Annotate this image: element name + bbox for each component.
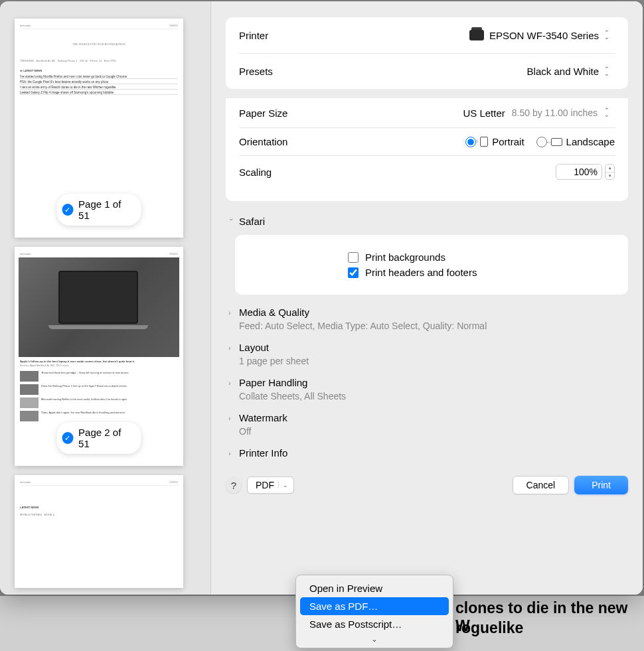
scaling-input[interactable]: 100%: [556, 164, 602, 180]
orientation-landscape[interactable]: Landscape: [536, 136, 615, 147]
portrait-icon: [480, 137, 488, 147]
page-thumbnail-3[interactable]: techradar7/20/22 LATEST NEWS MOBILE PHON…: [15, 475, 183, 588]
scaling-label: Scaling: [239, 167, 272, 178]
layout-title: Layout: [239, 342, 269, 353]
chevron-right-icon: ›: [228, 309, 235, 317]
check-icon: ✓: [62, 432, 74, 444]
paper-handling-sub: Collate Sheets, All Sheets: [226, 391, 628, 401]
watermark-section: › Watermark Off: [226, 407, 628, 437]
scaling-stepper[interactable]: ▴▾: [605, 164, 615, 180]
pdf-label: PDF: [256, 480, 274, 490]
chevron-right-icon: ›: [228, 379, 235, 387]
printer-info-disclosure[interactable]: › Printer Info: [226, 442, 628, 464]
landscape-radio[interactable]: [536, 137, 547, 147]
scaling-row: Scaling 100% ▴▾: [239, 155, 615, 188]
chevron-right-icon: ›: [228, 344, 235, 352]
portrait-radio[interactable]: [465, 137, 476, 147]
print-backgrounds-checkbox[interactable]: [348, 252, 359, 263]
pdf-dropdown-button[interactable]: PDF ⌄: [247, 476, 294, 494]
chevron-right-icon: ›: [228, 449, 235, 457]
watermark-sub: Off: [226, 426, 628, 437]
menu-open-in-preview[interactable]: Open in Preview: [300, 579, 449, 597]
printer-label: Printer: [239, 30, 268, 41]
chevron-right-icon: ›: [228, 414, 235, 422]
page-setup-card: Paper Size US Letter 8.50 by 11.00 inche…: [226, 98, 628, 201]
safari-title: Safari: [239, 216, 265, 227]
help-button[interactable]: ?: [226, 477, 242, 493]
bottom-button-bar: ? PDF ⌄ Cancel Print: [226, 476, 628, 494]
print-headers-footers-row[interactable]: Print headers and footers: [248, 265, 615, 280]
presets-label: Presets: [239, 66, 273, 77]
layout-section: › Layout 1 page per sheet: [226, 336, 628, 366]
layout-sub: 1 page per sheet: [226, 356, 628, 366]
print-backgrounds-row[interactable]: Print backgrounds: [248, 250, 615, 265]
watermark-title: Watermark: [239, 412, 287, 423]
printer-info-section: › Printer Info: [226, 442, 628, 464]
page-label: Page 2 of 51: [78, 427, 130, 449]
menu-save-as-postscript[interactable]: Save as Postscript…: [300, 615, 449, 633]
updown-icon: [604, 29, 615, 42]
menu-save-as-pdf[interactable]: Save as PDF…: [300, 597, 449, 615]
safari-disclosure[interactable]: › Safari: [226, 210, 628, 232]
print-dialog: techradar7/20/22 THE SOURCE FOR TECH BUY…: [0, 1, 643, 595]
printer-value: EPSON WF-3540 Series: [489, 30, 599, 41]
printer-row[interactable]: Printer EPSON WF-3540 Series: [239, 17, 615, 53]
orientation-row: Orientation Portrait Landscape: [239, 127, 615, 155]
media-quality-sub: Feed: Auto Select, Media Type: Auto Sele…: [226, 321, 628, 331]
page-thumbnail-2[interactable]: techradar7/20/22 Apple's follow-up to th…: [15, 247, 183, 466]
print-headers-footers-checkbox[interactable]: [348, 267, 359, 278]
page-badge-1[interactable]: ✓ Page 1 of 51: [57, 194, 141, 226]
print-button[interactable]: Print: [574, 476, 628, 494]
print-headers-footers-label: Print headers and footers: [365, 267, 477, 278]
updown-icon: [604, 106, 615, 119]
page-label: Page 1 of 51: [78, 198, 130, 221]
safari-section: › Safari Print backgrounds Print headers…: [226, 210, 628, 295]
presets-value: Black and White: [527, 66, 599, 77]
orientation-portrait[interactable]: Portrait: [465, 136, 524, 147]
page-badge-2[interactable]: ✓ Page 2 of 51: [57, 422, 141, 454]
updown-icon: [604, 65, 615, 78]
paper-handling-title: Paper Handling: [239, 377, 307, 388]
presets-row[interactable]: Presets Black and White: [239, 53, 615, 89]
orientation-label: Orientation: [239, 136, 287, 147]
printer-info-title: Printer Info: [239, 447, 287, 459]
paper-size-row[interactable]: Paper Size US Letter 8.50 by 11.00 inche…: [239, 98, 615, 127]
printer-icon: [469, 30, 484, 40]
paper-size-value: US Letter: [463, 108, 505, 119]
page-thumbnail-1[interactable]: techradar7/20/22 THE SOURCE FOR TECH BUY…: [15, 19, 183, 238]
chevron-down-icon: ›: [228, 218, 236, 225]
check-icon: ✓: [62, 204, 74, 216]
paper-size-label: Paper Size: [239, 108, 287, 119]
page-preview-pane[interactable]: techradar7/20/22 THE SOURCE FOR TECH BUY…: [0, 1, 211, 595]
print-backgrounds-label: Print backgrounds: [365, 252, 445, 263]
cancel-button[interactable]: Cancel: [513, 476, 570, 494]
media-quality-section: › Media & Quality Feed: Auto Select, Med…: [226, 301, 628, 331]
print-settings-pane: Printer EPSON WF-3540 Series Presets Bla…: [211, 1, 643, 595]
bg-headline-2: roguelike: [455, 619, 523, 637]
paper-size-dims: 8.50 by 11.00 inches: [512, 108, 598, 118]
paper-handling-section: › Paper Handling Collate Sheets, All She…: [226, 372, 628, 401]
pdf-dropdown-menu: Open in Preview Save as PDF… Save as Pos…: [295, 575, 453, 648]
media-quality-title: Media & Quality: [239, 307, 309, 318]
chevron-down-icon: ⌄: [278, 482, 288, 488]
landscape-icon: [551, 138, 562, 146]
printer-preset-card: Printer EPSON WF-3540 Series Presets Bla…: [226, 17, 628, 89]
menu-expand-icon[interactable]: ⌄: [300, 633, 449, 644]
